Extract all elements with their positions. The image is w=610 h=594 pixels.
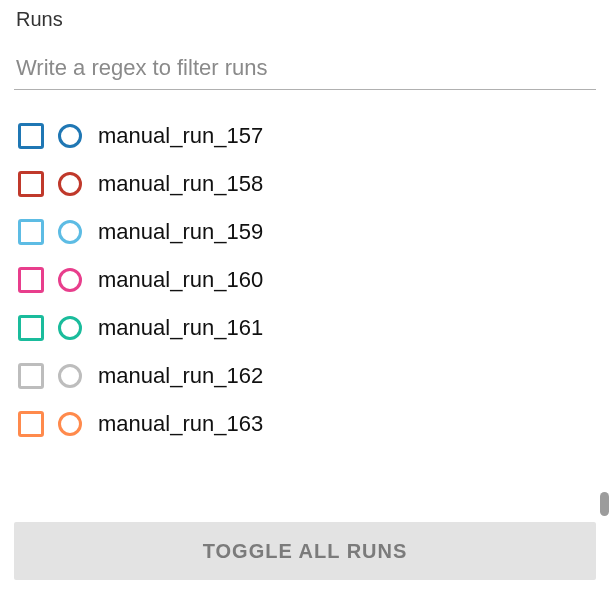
- run-checkbox[interactable]: [18, 219, 44, 245]
- run-color-circle-icon[interactable]: [58, 364, 82, 388]
- scrollbar-thumb[interactable]: [600, 492, 609, 516]
- run-row: manual_run_157: [18, 112, 596, 160]
- run-color-circle-icon[interactable]: [58, 316, 82, 340]
- run-row: manual_run_158: [18, 160, 596, 208]
- run-label[interactable]: manual_run_160: [98, 267, 263, 293]
- run-color-circle-icon[interactable]: [58, 220, 82, 244]
- run-checkbox[interactable]: [18, 315, 44, 341]
- run-row: manual_run_160: [18, 256, 596, 304]
- run-checkbox[interactable]: [18, 171, 44, 197]
- toggle-all-runs-button[interactable]: TOGGLE ALL RUNS: [14, 522, 596, 580]
- run-label[interactable]: manual_run_158: [98, 171, 263, 197]
- run-color-circle-icon[interactable]: [58, 268, 82, 292]
- run-label[interactable]: manual_run_161: [98, 315, 263, 341]
- run-color-circle-icon[interactable]: [58, 124, 82, 148]
- run-label[interactable]: manual_run_163: [98, 411, 263, 437]
- run-checkbox[interactable]: [18, 267, 44, 293]
- run-color-circle-icon[interactable]: [58, 412, 82, 436]
- run-label[interactable]: manual_run_159: [98, 219, 263, 245]
- filter-runs-input[interactable]: [14, 49, 596, 90]
- run-label[interactable]: manual_run_157: [98, 123, 263, 149]
- run-row: manual_run_163: [18, 400, 596, 448]
- toggle-all-runs-label: TOGGLE ALL RUNS: [203, 540, 408, 563]
- run-checkbox[interactable]: [18, 123, 44, 149]
- run-row: manual_run_159: [18, 208, 596, 256]
- run-row: manual_run_162: [18, 352, 596, 400]
- run-checkbox[interactable]: [18, 363, 44, 389]
- run-color-circle-icon[interactable]: [58, 172, 82, 196]
- run-label[interactable]: manual_run_162: [98, 363, 263, 389]
- run-row: manual_run_161: [18, 304, 596, 352]
- runs-list: manual_run_157manual_run_158manual_run_1…: [14, 112, 596, 448]
- panel-title: Runs: [14, 8, 596, 31]
- run-checkbox[interactable]: [18, 411, 44, 437]
